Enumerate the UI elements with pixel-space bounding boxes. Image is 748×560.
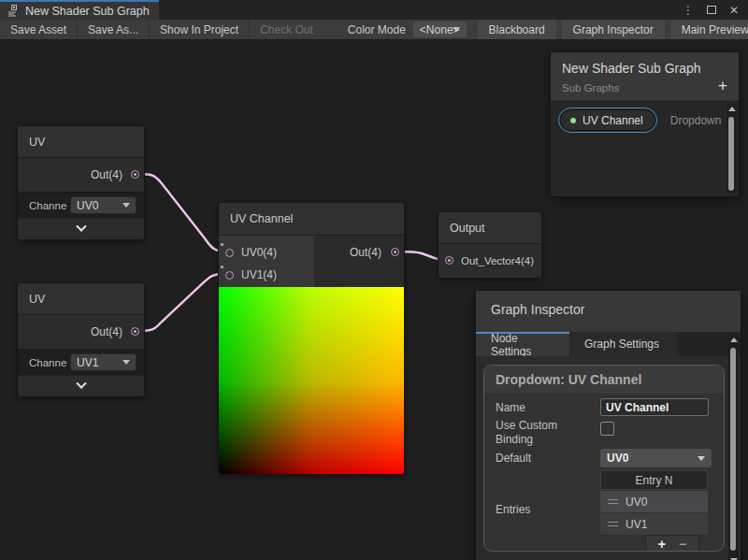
scrollbar-thumb[interactable] xyxy=(728,117,734,191)
port-label-out: Out(4) xyxy=(350,241,381,264)
graph-inspector-panel: Graph Inspector Node Settings Graph Sett… xyxy=(475,290,741,560)
use-custom-binding-label: Use Custom Binding xyxy=(496,419,582,447)
port-label-out: Out(4) xyxy=(91,315,122,349)
collapse-button[interactable] xyxy=(18,218,144,239)
entries-label: Entries xyxy=(496,503,530,516)
color-mode-label: Color Mode xyxy=(324,20,413,39)
chevron-down-icon xyxy=(122,203,130,208)
save-as-button[interactable]: Save As... xyxy=(78,20,150,39)
entries-list: Entry N UV0 UV1 xyxy=(600,470,708,535)
node-output-row: Out(4) xyxy=(18,315,144,349)
port-label-uv1: UV1(4) xyxy=(241,268,277,281)
port-label-uv0: UV0(4) xyxy=(241,246,277,259)
toolbar-toggles: Blackboard Graph Inspector Main Preview xyxy=(472,20,748,39)
inspector-scrollbar[interactable] xyxy=(728,335,739,560)
entries-footer: + − xyxy=(645,535,699,552)
graph-inspector-toggle-button[interactable]: Graph Inspector xyxy=(562,20,665,39)
channel-value: UV0 xyxy=(77,199,98,212)
property-pill-uv-channel[interactable]: UV Channel xyxy=(560,109,655,131)
channel-label: Channe xyxy=(29,200,70,211)
blackboard-body: UV Channel Dropdown xyxy=(551,102,739,194)
entry-row-uv1[interactable]: UV1 xyxy=(600,513,708,535)
window-controls: ⋮ ✕ xyxy=(683,0,748,20)
node-output[interactable]: Output Out_Vector4(4) xyxy=(438,211,542,279)
name-label: Name xyxy=(496,401,525,414)
tab-bar: New Shader Sub Graph ⋮ ✕ xyxy=(0,0,748,20)
dropdown-settings-box: Dropdown: UV Channel Name Use Custom Bin… xyxy=(483,365,725,552)
port-label-out-vector4: Out_Vector4(4) xyxy=(461,244,534,278)
scroll-up-icon[interactable] xyxy=(730,337,738,342)
node-input-row: Out_Vector4(4) xyxy=(439,244,541,278)
default-value: UV0 xyxy=(607,452,628,465)
tab-new-shader-sub-graph[interactable]: New Shader Sub Graph xyxy=(0,0,159,20)
chevron-down-icon xyxy=(76,379,86,389)
maximize-icon[interactable] xyxy=(707,6,716,14)
chevron-down-icon xyxy=(453,27,460,32)
output-port[interactable] xyxy=(131,327,139,336)
edge-uv1-to-uvchannel[interactable] xyxy=(139,274,224,331)
node-title[interactable]: UV Channel xyxy=(219,203,404,236)
blackboard-header[interactable]: New Shader Sub Graph Sub Graphs + xyxy=(551,52,739,102)
inspector-header[interactable]: Graph Inspector xyxy=(476,291,741,332)
drag-handle-icon[interactable] xyxy=(608,522,618,526)
shader-graph-window: New Shader Sub Graph ⋮ ✕ Save Asset Save… xyxy=(0,0,748,560)
use-custom-binding-checkbox[interactable] xyxy=(600,422,614,436)
blackboard-toggle-button[interactable]: Blackboard xyxy=(478,20,556,39)
node-title[interactable]: UV xyxy=(18,283,144,315)
blackboard-scrollbar[interactable] xyxy=(726,104,737,193)
ports-section: UV0(4) UV1(4) Out(4) xyxy=(219,236,404,287)
tab-title: New Shader Sub Graph xyxy=(25,5,150,18)
tab-graph-settings[interactable]: Graph Settings xyxy=(569,332,677,356)
color-mode-dropdown[interactable]: <None> xyxy=(413,22,467,37)
edge-uv0-to-uvchannel[interactable] xyxy=(139,174,224,251)
main-preview-toggle-button[interactable]: Main Preview xyxy=(670,20,748,39)
inspector-title: Graph Inspector xyxy=(491,302,584,317)
blackboard-item: UV Channel Dropdown xyxy=(560,109,721,131)
default-dropdown[interactable]: UV0 xyxy=(600,449,712,467)
entry-row-uv0[interactable]: UV0 xyxy=(600,491,708,512)
inspector-content: Dropdown: UV Channel Name Use Custom Bin… xyxy=(476,356,741,560)
subgraph-asset-icon xyxy=(7,5,20,17)
close-icon[interactable]: ✕ xyxy=(729,5,739,16)
channel-dropdown[interactable]: UV1 xyxy=(70,353,137,371)
channel-label: Channe xyxy=(29,357,70,368)
add-entry-button[interactable]: + xyxy=(658,538,666,551)
kebab-menu-icon[interactable]: ⋮ xyxy=(683,5,694,16)
entry-label: UV0 xyxy=(626,495,647,509)
remove-entry-button[interactable]: − xyxy=(679,538,686,551)
output-port[interactable] xyxy=(131,170,139,179)
tab-node-settings[interactable]: Node Settings xyxy=(476,332,569,356)
chevron-down-icon xyxy=(76,222,86,232)
scroll-up-icon[interactable] xyxy=(728,107,736,111)
chevron-down-icon xyxy=(698,456,705,461)
collapse-button[interactable] xyxy=(18,375,144,396)
node-uv-channel[interactable]: UV Channel UV0(4) UV1(4) Out(4) xyxy=(218,202,405,475)
input-port-uv1[interactable] xyxy=(225,271,234,280)
node-uv-2[interactable]: UV Out(4) Channe UV1 xyxy=(17,282,145,397)
name-field[interactable] xyxy=(600,398,709,416)
node-title[interactable]: Output xyxy=(439,212,541,244)
property-type-label: Dropdown xyxy=(670,114,722,127)
input-port-out-vector4[interactable] xyxy=(445,256,453,265)
drag-handle-icon[interactable] xyxy=(608,499,618,504)
show-in-project-button[interactable]: Show In Project xyxy=(150,20,250,39)
save-asset-button[interactable]: Save Asset xyxy=(0,20,78,39)
inspector-tabs: Node Settings Graph Settings xyxy=(476,332,741,356)
channel-value: UV1 xyxy=(77,356,98,369)
input-port-uv0[interactable] xyxy=(225,249,234,257)
node-uv-1[interactable]: UV Out(4) Channe UV0 xyxy=(17,125,145,240)
node-output-row: Out(4) xyxy=(18,158,144,192)
channel-row: Channe UV0 xyxy=(18,192,144,218)
input-port-row: UV0(4) xyxy=(219,241,277,264)
channel-dropdown[interactable]: UV0 xyxy=(70,196,137,214)
output-port[interactable] xyxy=(391,248,399,256)
toolbar: Save Asset Save As... Show In Project Ch… xyxy=(0,20,748,40)
input-port-row: UV1(4) xyxy=(219,264,277,286)
blackboard-title: New Shader Sub Graph xyxy=(562,61,727,76)
entry-label: UV1 xyxy=(626,518,647,531)
channel-row: Channe UV1 xyxy=(18,349,144,375)
add-property-button[interactable]: + xyxy=(718,78,727,93)
node-title[interactable]: UV xyxy=(18,126,144,158)
graph-canvas[interactable]: UV Out(4) Channe UV0 UV Out(4) xyxy=(0,41,748,560)
scrollbar-thumb[interactable] xyxy=(730,348,736,551)
